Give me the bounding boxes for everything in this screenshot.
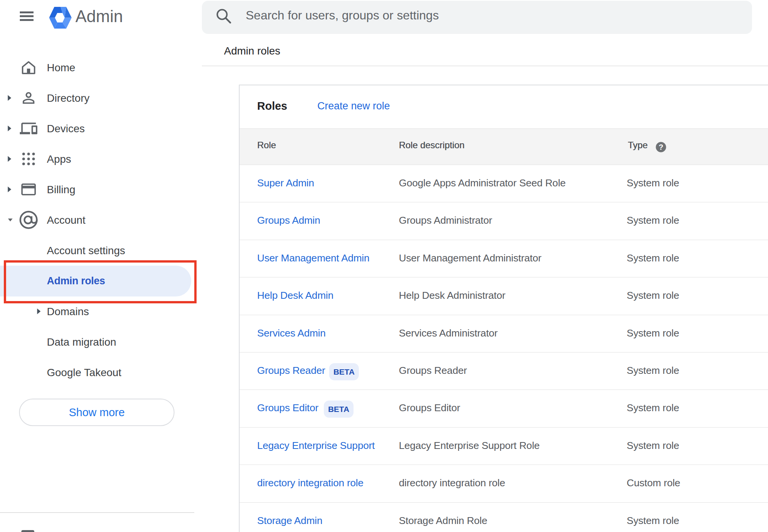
svg-text:?: ? <box>659 143 663 151</box>
